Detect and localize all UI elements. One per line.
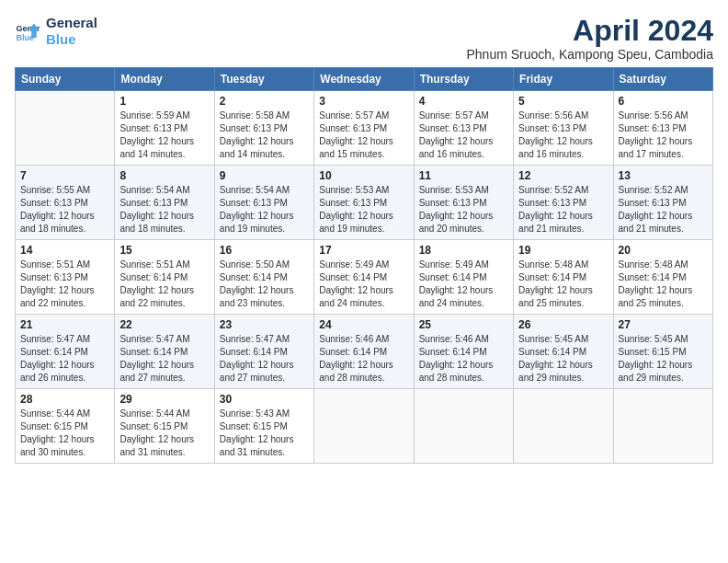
day-cell: 30Sunrise: 5:43 AMSunset: 6:15 PMDayligh… <box>214 389 313 464</box>
day-number: 29 <box>119 393 209 406</box>
calendar-body: 1Sunrise: 5:59 AMSunset: 6:13 PMDaylight… <box>16 91 713 464</box>
day-cell: 20Sunrise: 5:48 AMSunset: 6:14 PMDayligh… <box>613 240 712 315</box>
week-row-2: 7Sunrise: 5:55 AMSunset: 6:13 PMDaylight… <box>16 166 713 240</box>
day-cell: 5Sunrise: 5:56 AMSunset: 6:13 PMDaylight… <box>514 91 613 166</box>
day-number: 10 <box>319 169 408 182</box>
day-cell: 17Sunrise: 5:49 AMSunset: 6:14 PMDayligh… <box>314 240 414 315</box>
day-number: 16 <box>220 244 309 257</box>
day-number: 22 <box>119 318 209 331</box>
day-number: 17 <box>319 244 408 257</box>
logo: General Blue General Blue <box>15 15 97 48</box>
day-number: 15 <box>119 244 209 257</box>
day-number: 20 <box>619 244 708 257</box>
day-info: Sunrise: 5:54 AMSunset: 6:13 PMDaylight:… <box>119 184 209 236</box>
title-block: April 2024 Phnum Sruoch, Kampong Speu, C… <box>467 15 714 62</box>
day-cell <box>514 389 613 464</box>
day-cell: 13Sunrise: 5:52 AMSunset: 6:13 PMDayligh… <box>613 166 712 240</box>
day-number: 2 <box>220 95 309 108</box>
day-number: 27 <box>619 318 708 331</box>
day-number: 28 <box>20 393 109 406</box>
day-info: Sunrise: 5:47 AMSunset: 6:14 PMDaylight:… <box>119 333 209 385</box>
day-number: 4 <box>419 95 508 108</box>
day-cell: 28Sunrise: 5:44 AMSunset: 6:15 PMDayligh… <box>16 389 115 464</box>
day-info: Sunrise: 5:52 AMSunset: 6:13 PMDaylight:… <box>619 184 708 236</box>
location-title: Phnum Sruoch, Kampong Speu, Cambodia <box>467 47 714 62</box>
day-number: 18 <box>419 244 508 257</box>
day-number: 25 <box>419 318 508 331</box>
day-info: Sunrise: 5:50 AMSunset: 6:14 PMDaylight:… <box>220 259 309 310</box>
day-cell: 26Sunrise: 5:45 AMSunset: 6:14 PMDayligh… <box>514 315 613 389</box>
logo-icon: General Blue <box>15 18 40 44</box>
day-number: 3 <box>319 95 408 108</box>
day-info: Sunrise: 5:45 AMSunset: 6:15 PMDaylight:… <box>619 333 708 385</box>
day-cell: 27Sunrise: 5:45 AMSunset: 6:15 PMDayligh… <box>613 315 712 389</box>
day-cell <box>314 389 414 464</box>
day-cell: 29Sunrise: 5:44 AMSunset: 6:15 PMDayligh… <box>115 389 214 464</box>
col-header-wednesday: Wednesday <box>314 68 414 91</box>
day-cell <box>613 389 712 464</box>
day-cell: 22Sunrise: 5:47 AMSunset: 6:14 PMDayligh… <box>115 315 214 389</box>
day-number: 14 <box>20 244 109 257</box>
day-info: Sunrise: 5:47 AMSunset: 6:14 PMDaylight:… <box>20 333 109 385</box>
day-cell: 23Sunrise: 5:47 AMSunset: 6:14 PMDayligh… <box>214 315 313 389</box>
day-info: Sunrise: 5:57 AMSunset: 6:13 PMDaylight:… <box>319 109 408 161</box>
day-number: 24 <box>319 318 408 331</box>
day-info: Sunrise: 5:47 AMSunset: 6:14 PMDaylight:… <box>220 333 309 385</box>
day-info: Sunrise: 5:57 AMSunset: 6:13 PMDaylight:… <box>419 109 508 161</box>
day-info: Sunrise: 5:53 AMSunset: 6:13 PMDaylight:… <box>319 184 408 236</box>
day-cell: 25Sunrise: 5:46 AMSunset: 6:14 PMDayligh… <box>414 315 513 389</box>
day-cell: 8Sunrise: 5:54 AMSunset: 6:13 PMDaylight… <box>115 166 214 240</box>
day-number: 26 <box>518 318 608 331</box>
day-number: 1 <box>119 95 209 108</box>
logo-blue: Blue <box>46 31 97 48</box>
day-info: Sunrise: 5:51 AMSunset: 6:14 PMDaylight:… <box>119 259 209 310</box>
col-header-thursday: Thursday <box>414 68 513 91</box>
day-number: 9 <box>220 169 309 182</box>
day-number: 5 <box>518 95 608 108</box>
col-header-tuesday: Tuesday <box>214 68 313 91</box>
day-cell: 12Sunrise: 5:52 AMSunset: 6:13 PMDayligh… <box>514 166 613 240</box>
day-number: 12 <box>518 169 608 182</box>
month-title: April 2024 <box>467 15 714 47</box>
day-cell: 14Sunrise: 5:51 AMSunset: 6:13 PMDayligh… <box>16 240 115 315</box>
day-info: Sunrise: 5:46 AMSunset: 6:14 PMDaylight:… <box>319 333 408 385</box>
week-row-3: 14Sunrise: 5:51 AMSunset: 6:13 PMDayligh… <box>16 240 713 315</box>
day-info: Sunrise: 5:49 AMSunset: 6:14 PMDaylight:… <box>419 259 508 310</box>
week-row-4: 21Sunrise: 5:47 AMSunset: 6:14 PMDayligh… <box>16 315 713 389</box>
week-row-1: 1Sunrise: 5:59 AMSunset: 6:13 PMDaylight… <box>16 91 713 166</box>
day-cell: 1Sunrise: 5:59 AMSunset: 6:13 PMDaylight… <box>115 91 214 166</box>
day-number: 6 <box>619 95 708 108</box>
day-info: Sunrise: 5:48 AMSunset: 6:14 PMDaylight:… <box>619 259 708 310</box>
day-info: Sunrise: 5:58 AMSunset: 6:13 PMDaylight:… <box>220 109 309 161</box>
day-info: Sunrise: 5:48 AMSunset: 6:14 PMDaylight:… <box>518 259 608 310</box>
day-cell: 11Sunrise: 5:53 AMSunset: 6:13 PMDayligh… <box>414 166 513 240</box>
day-info: Sunrise: 5:44 AMSunset: 6:15 PMDaylight:… <box>20 408 109 459</box>
day-info: Sunrise: 5:43 AMSunset: 6:15 PMDaylight:… <box>220 408 309 459</box>
day-number: 13 <box>619 169 708 182</box>
col-header-saturday: Saturday <box>613 68 712 91</box>
col-header-monday: Monday <box>115 68 214 91</box>
day-cell: 19Sunrise: 5:48 AMSunset: 6:14 PMDayligh… <box>514 240 613 315</box>
day-cell: 7Sunrise: 5:55 AMSunset: 6:13 PMDaylight… <box>16 166 115 240</box>
calendar-header-row: SundayMondayTuesdayWednesdayThursdayFrid… <box>16 68 713 91</box>
day-cell: 9Sunrise: 5:54 AMSunset: 6:13 PMDaylight… <box>214 166 313 240</box>
day-info: Sunrise: 5:51 AMSunset: 6:13 PMDaylight:… <box>20 259 109 310</box>
day-info: Sunrise: 5:53 AMSunset: 6:13 PMDaylight:… <box>419 184 508 236</box>
day-cell: 2Sunrise: 5:58 AMSunset: 6:13 PMDaylight… <box>214 91 313 166</box>
week-row-5: 28Sunrise: 5:44 AMSunset: 6:15 PMDayligh… <box>16 389 713 464</box>
day-cell: 18Sunrise: 5:49 AMSunset: 6:14 PMDayligh… <box>414 240 513 315</box>
day-info: Sunrise: 5:45 AMSunset: 6:14 PMDaylight:… <box>518 333 608 385</box>
day-info: Sunrise: 5:49 AMSunset: 6:14 PMDaylight:… <box>319 259 408 310</box>
day-info: Sunrise: 5:44 AMSunset: 6:15 PMDaylight:… <box>119 408 209 459</box>
day-number: 23 <box>220 318 309 331</box>
day-info: Sunrise: 5:52 AMSunset: 6:13 PMDaylight:… <box>518 184 608 236</box>
day-cell: 6Sunrise: 5:56 AMSunset: 6:13 PMDaylight… <box>613 91 712 166</box>
day-cell: 3Sunrise: 5:57 AMSunset: 6:13 PMDaylight… <box>314 91 414 166</box>
svg-text:Blue: Blue <box>16 33 34 42</box>
day-cell: 16Sunrise: 5:50 AMSunset: 6:14 PMDayligh… <box>214 240 313 315</box>
calendar-table: SundayMondayTuesdayWednesdayThursdayFrid… <box>15 67 713 464</box>
day-cell: 4Sunrise: 5:57 AMSunset: 6:13 PMDaylight… <box>414 91 513 166</box>
day-info: Sunrise: 5:46 AMSunset: 6:14 PMDaylight:… <box>419 333 508 385</box>
day-cell <box>414 389 513 464</box>
day-cell: 15Sunrise: 5:51 AMSunset: 6:14 PMDayligh… <box>115 240 214 315</box>
